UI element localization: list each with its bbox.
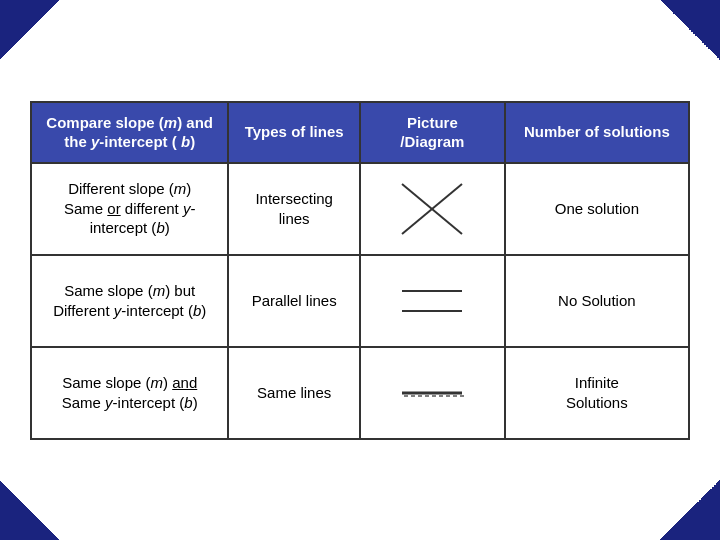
b-italic-2: b xyxy=(193,302,201,319)
comparison-table: Compare slope (m) andthe y-intercept ( b… xyxy=(30,101,690,440)
header-m-italic: m xyxy=(164,114,177,131)
y-italic-3: y xyxy=(105,394,113,411)
number-cell-2: No Solution xyxy=(505,255,689,347)
main-table-wrapper: Compare slope (m) andthe y-intercept ( b… xyxy=(30,101,690,440)
or-underline: or xyxy=(107,200,120,217)
table-row: Different slope (m) Same or different y-… xyxy=(31,163,689,255)
table-row: Same slope (m) but Different y-intercept… xyxy=(31,255,689,347)
y-italic-2: y xyxy=(114,302,122,319)
m-italic-2: m xyxy=(153,282,166,299)
types-cell-1: Intersecting lines xyxy=(228,163,360,255)
types-cell-3: Same lines xyxy=(228,347,360,439)
number-cell-3: InfiniteSolutions xyxy=(505,347,689,439)
number-cell-1: One solution xyxy=(505,163,689,255)
types-cell-2: Parallel lines xyxy=(228,255,360,347)
m-italic-1: m xyxy=(174,180,187,197)
corner-decoration-bl xyxy=(0,480,60,540)
header-b-italic: b xyxy=(181,133,190,150)
header-y-italic: y xyxy=(91,133,99,150)
compare-cell-1: Different slope (m) Same or different y-… xyxy=(31,163,228,255)
header-compare: Compare slope (m) andthe y-intercept ( b… xyxy=(31,102,228,163)
picture-cell-2 xyxy=(360,255,505,347)
solutions-label: Solutions xyxy=(566,394,628,411)
corner-decoration-br xyxy=(660,480,720,540)
corner-decoration-tr xyxy=(660,0,720,60)
y-italic-1: y xyxy=(183,200,191,217)
m-italic-3: m xyxy=(151,374,164,391)
picture-cell-3 xyxy=(360,347,505,439)
corner-decoration-tl xyxy=(0,0,60,60)
header-row: Compare slope (m) andthe y-intercept ( b… xyxy=(31,102,689,163)
header-number: Number of solutions xyxy=(505,102,689,163)
b-italic-1: b xyxy=(156,219,164,236)
table-row: Same slope (m) and Same y-intercept (b) … xyxy=(31,347,689,439)
and-underline: and xyxy=(172,374,197,391)
b-italic-3: b xyxy=(184,394,192,411)
compare-cell-3: Same slope (m) and Same y-intercept (b) xyxy=(31,347,228,439)
picture-cell-1 xyxy=(360,163,505,255)
diagram-intersecting xyxy=(373,174,492,244)
diagram-same xyxy=(373,358,492,428)
diagram-parallel xyxy=(373,266,492,336)
header-picture: Picture /Diagram xyxy=(360,102,505,163)
compare-cell-2: Same slope (m) but Different y-intercept… xyxy=(31,255,228,347)
header-types: Types of lines xyxy=(228,102,360,163)
